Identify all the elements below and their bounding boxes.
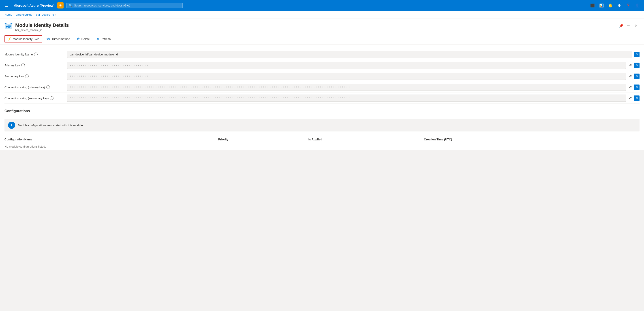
connection-string-primary-row: Connection string (primary key) i 👁 ⧉ <box>4 82 640 93</box>
col-header-name: Configuration Name <box>4 136 218 143</box>
cloud-shell-icon[interactable]: ⬛ <box>588 1 596 9</box>
help-circle-icon[interactable]: ❓ <box>624 1 632 9</box>
configurations-info-banner: i Module configurations associated with … <box>4 119 640 131</box>
connection-secondary-eye-button[interactable]: 👁 <box>628 95 633 101</box>
panel-header-actions: 📌 ··· ✕ <box>618 22 640 29</box>
primary-key-eye-button[interactable]: 👁 <box>628 62 633 68</box>
search-icon: 🔍 <box>69 4 72 7</box>
connection-secondary-copy-button[interactable]: ⧉ <box>634 95 640 101</box>
connection-string-secondary-label: Connection string (secondary key) i <box>4 96 67 100</box>
topbar-icon-group: ⬛ 📊 🔔 ⚙ ❓ 👤 <box>588 1 641 9</box>
configurations-info-text: Module configurations associated with th… <box>18 124 84 127</box>
module-identity-name-info-icon[interactable]: i <box>34 52 38 56</box>
col-header-applied: Is Applied <box>308 136 424 143</box>
search-input[interactable] <box>74 4 180 7</box>
connection-string-primary-input[interactable] <box>67 84 626 91</box>
secondary-key-copy-button[interactable]: ⧉ <box>634 73 640 79</box>
configurations-table-body: No module configurations listed. <box>4 143 640 150</box>
panel-subtitle: bar_device_module_id <box>15 29 618 32</box>
toolbar: ⚡ Module Identity Twin </> Direct method… <box>0 33 644 44</box>
close-panel-button[interactable]: ✕ <box>632 22 640 29</box>
breadcrumb-device[interactable]: bar_device_id <box>36 13 54 16</box>
module-twin-icon: ⚡ <box>8 37 12 41</box>
panel-header: Module Identity Details bar_device_modul… <box>0 19 644 33</box>
connection-string-secondary-row: Connection string (secondary key) i 👁 ⧉ <box>4 93 640 104</box>
primary-key-actions: 👁 ⧉ <box>628 62 640 68</box>
more-options-button[interactable]: ··· <box>626 23 631 29</box>
module-identity-name-value: ⧉ <box>67 51 640 58</box>
primary-key-copy-button[interactable]: ⧉ <box>634 63 640 68</box>
connection-secondary-info-icon[interactable]: i <box>50 96 54 100</box>
module-identity-icon <box>4 22 12 30</box>
secondary-key-info-icon[interactable]: i <box>25 74 29 78</box>
delete-icon: 🗑 <box>77 37 80 41</box>
primary-key-value: 👁 ⧉ <box>67 62 640 69</box>
account-icon[interactable]: 👤 <box>633 1 641 9</box>
module-identity-name-actions: ⧉ <box>634 52 640 57</box>
breadcrumb-hub[interactable]: barsFirstHub <box>16 13 32 16</box>
breadcrumb-sep-2: › <box>34 13 35 16</box>
app-title: Microsoft Azure (Preview) <box>14 3 54 7</box>
configurations-title: Configurations <box>4 109 30 115</box>
direct-method-button[interactable]: </> Direct method <box>43 35 73 42</box>
module-identity-name-label: Module Identity Name i <box>4 52 67 56</box>
primary-key-label: Primary key i <box>4 63 67 67</box>
breadcrumb-sep-3: › <box>55 13 56 16</box>
configurations-table-header: Configuration Name Priority Is Applied C… <box>4 136 640 143</box>
module-identity-name-input[interactable] <box>67 51 632 58</box>
main-panel: Module Identity Details bar_device_modul… <box>0 19 644 150</box>
info-circle-icon: i <box>8 122 15 129</box>
connection-string-primary-value: 👁 ⧉ <box>67 84 640 91</box>
direct-method-icon: </> <box>46 37 50 41</box>
notification-bell-icon[interactable]: 🔔 <box>606 1 614 9</box>
settings-gear-icon[interactable]: ⚙ <box>615 1 624 9</box>
secondary-key-actions: 👁 ⧉ <box>628 73 640 79</box>
secondary-key-row: Secondary key i 👁 ⧉ <box>4 71 640 82</box>
connection-primary-copy-button[interactable]: ⧉ <box>634 84 640 90</box>
refresh-button[interactable]: ↻ Refresh <box>94 35 114 42</box>
configurations-table: Configuration Name Priority Is Applied C… <box>4 136 640 150</box>
connection-primary-eye-button[interactable]: 👁 <box>628 84 633 90</box>
azure-logo-icon: ☀ <box>57 2 64 8</box>
col-header-creation-time: Creation Time (UTC) <box>424 136 640 143</box>
secondary-key-value: 👁 ⧉ <box>67 73 640 80</box>
panel-title-group: Module Identity Details bar_device_modul… <box>15 22 618 32</box>
table-header-row: Configuration Name Priority Is Applied C… <box>4 136 640 143</box>
form-section: Module Identity Name i ⧉ Primary key i 👁… <box>0 44 644 104</box>
topbar: ☰ Microsoft Azure (Preview) ☀ 🔍 ⬛ 📊 🔔 ⚙ … <box>0 0 644 11</box>
panel-title: Module Identity Details <box>15 22 618 28</box>
connection-string-secondary-input[interactable] <box>67 95 626 102</box>
no-data-message: No module configurations listed. <box>4 143 640 150</box>
primary-key-row: Primary key i 👁 ⧉ <box>4 60 640 71</box>
search-bar[interactable]: 🔍 <box>66 3 183 8</box>
no-data-row: No module configurations listed. <box>4 143 640 150</box>
refresh-icon: ↻ <box>96 37 99 41</box>
connection-secondary-actions: 👁 ⧉ <box>628 95 640 101</box>
delete-button[interactable]: 🗑 Delete <box>74 35 93 42</box>
connection-primary-info-icon[interactable]: i <box>46 85 50 89</box>
module-identity-twin-label: Module Identity Twin <box>13 37 39 41</box>
refresh-label: Refresh <box>100 37 111 41</box>
module-identity-name-copy-button[interactable]: ⧉ <box>634 52 640 57</box>
connection-primary-actions: 👁 ⧉ <box>628 84 640 90</box>
hamburger-menu-button[interactable]: ☰ <box>3 1 11 9</box>
breadcrumb-home[interactable]: Home <box>4 13 12 16</box>
portal-icon[interactable]: 📊 <box>598 1 606 9</box>
svg-point-2 <box>6 26 8 27</box>
module-identity-name-row: Module Identity Name i ⧉ <box>4 49 640 60</box>
secondary-key-input[interactable] <box>67 73 626 80</box>
secondary-key-label: Secondary key i <box>4 74 67 78</box>
connection-string-primary-label: Connection string (primary key) i <box>4 85 67 89</box>
primary-key-info-icon[interactable]: i <box>21 63 25 67</box>
connection-string-secondary-value: 👁 ⧉ <box>67 95 640 102</box>
direct-method-label: Direct method <box>52 37 70 41</box>
configurations-section: Configurations i Module configurations a… <box>0 104 644 150</box>
primary-key-input[interactable] <box>67 62 626 69</box>
secondary-key-eye-button[interactable]: 👁 <box>628 73 633 79</box>
breadcrumb-sep-1: › <box>14 13 14 16</box>
breadcrumb: Home › barsFirstHub › bar_device_id › <box>0 11 644 19</box>
delete-label: Delete <box>81 37 90 41</box>
pin-icon-button[interactable]: 📌 <box>618 23 624 29</box>
module-identity-twin-button[interactable]: ⚡ Module Identity Twin <box>4 35 42 42</box>
col-header-priority: Priority <box>218 136 308 143</box>
